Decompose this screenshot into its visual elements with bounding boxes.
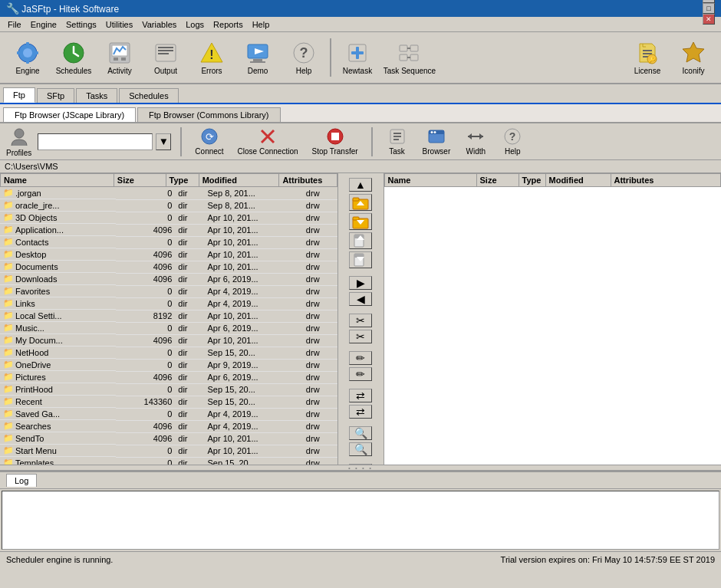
menu-utilities[interactable]: Utilities [101,18,137,31]
edit-left-button[interactable]: ✏ [349,351,372,365]
browser-tab-jscape[interactable]: Ftp Browser (JScape Library) [3,107,136,122]
toolbar-engine[interactable]: Engine [6,35,49,80]
download-file-button[interactable] [349,251,372,268]
file-name: 📁 Favorites [0,285,116,297]
close-connection-button[interactable]: Close Connection [234,125,302,158]
download-folder-button[interactable] [349,213,372,230]
cut-left-button[interactable]: ✂ [349,314,372,327]
svg-rect-44 [331,133,339,140]
col-type[interactable]: Type [166,174,199,187]
file-name: 📁 Desktop [0,248,116,261]
table-row[interactable]: 📁 Start Menu 0 dir Apr 10, 201... drw [0,445,337,457]
profile-dropdown-button[interactable]: ▼ [156,133,171,150]
menu-settings[interactable]: Settings [61,18,101,31]
menu-file[interactable]: File [3,18,26,31]
table-row[interactable]: 📁 Desktop 4096 dir Apr 10, 201... drw [0,248,337,261]
table-row[interactable]: 📁 oracle_jre... 0 dir Sep 8, 201... drw [0,199,337,212]
sync-left-button[interactable]: ⇄ [349,389,372,402]
toolbar-right: 🔑 License Iconify [626,35,715,80]
file-name: 📁 Searches [0,420,116,432]
menu-logs[interactable]: Logs [181,18,209,31]
browser-tab-commons[interactable]: Ftp Browser (Commons Library) [137,107,280,122]
search-right-button[interactable]: 🔍 [349,442,372,456]
file-type: dir [175,199,204,212]
table-row[interactable]: 📁 Documents 4096 dir Apr 10, 201... drw [0,261,337,273]
right-arrow-button[interactable]: ▶ [349,276,372,290]
menu-variables[interactable]: Variables [137,18,181,31]
file-type: dir [175,371,204,383]
table-row[interactable]: 📁 .jorgan 0 dir Sep 8, 201... drw [0,187,337,199]
table-row[interactable]: 📁 Searches 4096 dir Apr 4, 2019... drw [0,420,337,432]
col-attr[interactable]: Attributes [279,174,337,187]
toolbar-iconify[interactable]: Iconify [672,35,715,80]
table-row[interactable]: 📁 PrintHood 0 dir Sep 15, 20... drw [0,383,337,396]
maximize-button[interactable]: □ [703,3,715,14]
toolbar-help[interactable]: ? Help [282,35,325,80]
rcol-size[interactable]: Size [476,174,519,187]
table-row[interactable]: 📁 Links 0 dir Apr 4, 2019... drw [0,297,337,310]
menu-reports[interactable]: Reports [209,18,248,31]
toolbar-activity[interactable]: Activity [98,35,141,80]
table-row[interactable]: 📁 Contacts 0 dir Apr 10, 201... drw [0,236,337,248]
table-row[interactable]: 📁 SendTo 4096 dir Apr 10, 201... drw [0,432,337,445]
table-row[interactable]: 📁 3D Objects 0 dir Apr 10, 201... drw [0,212,337,224]
rcol-type[interactable]: Type [519,174,545,187]
tab-schedules[interactable]: Schedules [119,88,178,103]
tab-tasks[interactable]: Tasks [76,88,117,103]
rcol-attr[interactable]: Attributes [611,174,721,187]
toolbar-schedules[interactable]: Schedules [52,35,95,80]
task-button[interactable]: Task [382,125,413,158]
table-row[interactable]: 📁 Recent 143360 dir Sep 15, 20... drw [0,396,337,408]
toolbar-tasksequence[interactable]: Task Sequence [382,35,437,80]
upload-file-button[interactable] [349,232,372,249]
tab-sftp[interactable]: SFtp [37,88,74,103]
browser-button[interactable]: Browser [419,125,455,158]
rcol-name[interactable]: Name [384,174,476,187]
table-row[interactable]: 📁 Downloads 4096 dir Apr 6, 2019... drw [0,273,337,285]
toolbar-license[interactable]: 🔑 License [626,35,669,80]
sync-right-button[interactable]: ⇄ [349,405,372,419]
table-row[interactable]: 📁 NetHood 0 dir Sep 15, 20... drw [0,347,337,359]
close-button[interactable]: ✕ [703,14,715,25]
resize-bar[interactable]: • • • • [0,465,721,471]
stop-transfer-button[interactable]: Stop Transfer [308,125,362,158]
left-arrow-button[interactable]: ◀ [349,292,372,306]
table-row[interactable]: 📁 Local Setti... 8192 dir Apr 10, 201...… [0,310,337,322]
cut-right-button[interactable]: ✂ [349,330,372,343]
browser-help-button[interactable]: ? Help [497,125,528,158]
menu-engine[interactable]: Engine [26,18,61,31]
table-row[interactable]: 📁 OneDrive 0 dir Apr 9, 2019... drw [0,359,337,371]
left-file-scroll[interactable]: 📁 .jorgan 0 dir Sep 8, 201... drw 📁 orac… [0,187,337,465]
file-type: dir [175,273,204,285]
right-file-scroll[interactable] [384,187,722,465]
toolbar-errors[interactable]: ! Errors [190,35,233,80]
table-row[interactable]: 📁 My Docum... 4096 dir Apr 10, 201... dr… [0,334,337,347]
table-row[interactable]: 📁 Templates 0 dir Sep 15, 20... drw [0,457,337,465]
col-name[interactable]: Name [1,174,114,187]
menu-help[interactable]: Help [248,18,275,31]
col-modified[interactable]: Modified [199,174,279,187]
table-row[interactable]: 📁 Pictures 4096 dir Apr 6, 2019... drw [0,371,337,383]
col-size[interactable]: Size [114,174,166,187]
toolbar-output[interactable]: Output [144,35,187,80]
log-panel: Log [0,471,721,551]
edit-right-button[interactable]: ✏ [349,367,372,381]
table-row[interactable]: 📁 Saved Ga... 0 dir Apr 4, 2019... drw [0,408,337,420]
log-tab-label[interactable]: Log [6,474,37,487]
file-size: 0 [116,322,176,334]
table-row[interactable]: 📁 Music... 0 dir Apr 6, 2019... drw [0,322,337,334]
connect-button[interactable]: ⟳ Connect [191,125,227,158]
folder-icon: 📁 [3,261,14,271]
upload-button[interactable]: ▲ [349,178,372,192]
upload-folder-button[interactable] [349,194,372,211]
table-row[interactable]: 📁 Application... 4096 dir Apr 10, 201...… [0,224,337,236]
profile-input[interactable] [38,133,153,150]
toolbar-newtask[interactable]: Newtask [336,35,379,80]
width-button[interactable]: Width [460,125,491,158]
rcol-modified[interactable]: Modified [545,174,611,187]
toolbar-demo[interactable]: Demo [236,35,279,80]
search-left-button[interactable]: 🔍 [349,426,372,440]
table-row[interactable]: 📁 Favorites 0 dir Apr 4, 2019... drw [0,285,337,297]
folder-icon: 📁 [3,274,14,284]
tab-ftp[interactable]: Ftp [3,87,35,103]
